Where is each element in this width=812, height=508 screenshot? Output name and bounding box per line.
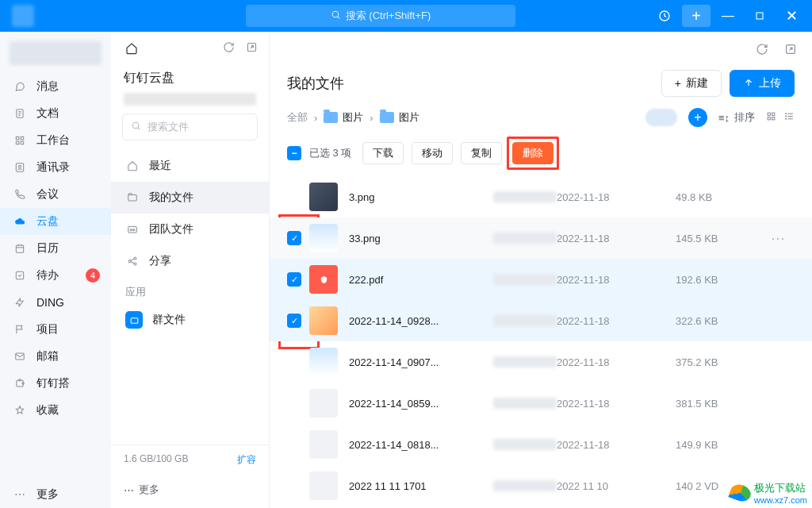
refresh-icon[interactable] [753, 40, 771, 58]
nav-item-calendar[interactable]: 日历 [0, 235, 111, 262]
file-thumbnail [309, 224, 338, 252]
selection-toolbar: − 已选 3 项 下载 移动 复制 删除 [287, 137, 795, 170]
nav-item-doc[interactable]: 文档 [0, 100, 111, 127]
file-name: 2022-11-14_0928... [349, 315, 493, 327]
file-name: 222.pdf [349, 274, 493, 286]
refresh-icon[interactable] [223, 41, 235, 56]
upload-button[interactable]: 上传 [730, 70, 795, 97]
myfiles-icon [125, 192, 140, 203]
collaborators[interactable] [645, 109, 677, 126]
nav-item-chat[interactable]: 消息 [0, 73, 111, 100]
file-size: 49.8 KB [676, 191, 771, 203]
home-icon[interactable] [122, 39, 141, 58]
org-selector[interactable] [10, 41, 102, 65]
file-owner [493, 274, 557, 285]
file-date: 2022-11-18 [557, 233, 676, 244]
grid-view-icon[interactable] [766, 111, 776, 124]
home-icon [125, 160, 140, 171]
svg-point-24 [132, 122, 139, 129]
file-row[interactable]: ✓222.pdf2022-11-18192.6 KB [270, 259, 812, 300]
copy-button[interactable]: 复制 [461, 142, 502, 164]
breadcrumb-root[interactable]: 全部 [287, 110, 308, 125]
delete-button[interactable]: 删除 [512, 142, 553, 164]
drive-nav-share[interactable]: 分享 [111, 245, 269, 277]
nav-item-cloud[interactable]: 云盘 [0, 208, 111, 235]
drive-nav-team[interactable]: 团队文件 [111, 214, 269, 245]
file-name: 2022-11-14_0859... [349, 398, 493, 410]
file-size: 381.5 KB [676, 398, 771, 410]
download-button[interactable]: 下载 [362, 142, 404, 164]
nav-item-ding[interactable]: DING [0, 289, 111, 316]
left-nav: 消息文档工作台通讯录会议云盘日历待办4DING项目邮箱钉钉搭收藏 ⋯ 更多 [0, 32, 111, 508]
drive-nav-home[interactable]: 最近 [111, 150, 269, 182]
global-search[interactable]: 搜索 (Ctrl+Shift+F) [246, 5, 515, 27]
selection-count: 已选 3 项 [309, 146, 351, 160]
share-icon [125, 256, 140, 267]
nav-item-todo[interactable]: 待办4 [0, 262, 111, 289]
file-list: 3.png2022-11-1849.8 KB✓33.png2022-11-181… [270, 176, 812, 508]
file-row[interactable]: 2022-11-14_0907...2022-11-18375.2 KB [270, 341, 812, 383]
add-collaborator-button[interactable]: + [688, 108, 707, 127]
nav-item-contacts[interactable]: 通讯录 [0, 154, 111, 181]
row-checkbox[interactable]: ✓ [287, 231, 301, 245]
file-row[interactable]: ✓33.png2022-11-18145.5 KB⋯ [270, 217, 812, 259]
drive-nav-myfiles[interactable]: 我的文件 [111, 182, 269, 214]
chevron-right-icon: › [370, 112, 373, 124]
nav-item-mail[interactable]: 邮箱 [0, 343, 111, 370]
expand-storage-link[interactable]: 扩容 [237, 453, 256, 467]
file-date: 2022-11-18 [557, 274, 676, 286]
grid-icon [13, 133, 27, 148]
search-placeholder: 搜索 (Ctrl+Shift+F) [346, 9, 431, 23]
move-button[interactable]: 移动 [412, 142, 453, 164]
nav-more[interactable]: ⋯ 更多 [0, 481, 111, 508]
file-name: 33.png [349, 233, 493, 244]
nav-item-phone[interactable]: 会议 [0, 181, 111, 208]
file-row[interactable]: 2022-11-14_0818...2022-11-18149.9 KB [270, 424, 812, 465]
svg-rect-11 [21, 141, 24, 144]
calendar-icon [13, 241, 27, 256]
new-button[interactable]: +新建 [661, 70, 722, 97]
file-size: 322.6 KB [676, 315, 771, 327]
file-row[interactable]: 3.png2022-11-1849.8 KB [270, 176, 812, 217]
breadcrumb-item[interactable]: 图片 [380, 110, 419, 125]
svg-line-33 [131, 259, 135, 260]
open-external-icon[interactable] [246, 41, 258, 56]
file-size: 375.2 KB [676, 356, 771, 368]
open-external-icon[interactable] [782, 40, 799, 58]
row-checkbox[interactable]: ✓ [287, 314, 301, 328]
nav-item-flag[interactable]: 项目 [0, 316, 111, 343]
row-more-icon[interactable]: ⋯ [771, 229, 795, 247]
svg-rect-37 [768, 113, 770, 115]
file-row[interactable]: 2022-11-14_0859...2022-11-18381.5 KB [270, 383, 812, 424]
minimize-icon[interactable]: — [714, 5, 742, 27]
list-view-icon[interactable] [784, 111, 795, 124]
watermark: 极光下载站 www.xz7.com [730, 481, 807, 505]
file-row[interactable]: ✓2022-11-14_0928...2022-11-18322.6 KB [270, 300, 812, 341]
sort-button[interactable]: ≡↕排序 [718, 110, 755, 125]
user-avatar[interactable] [12, 5, 34, 27]
file-thumbnail [309, 348, 338, 376]
file-owner [493, 356, 557, 368]
panel-more[interactable]: ⋯ 更多 [111, 475, 269, 508]
select-all-checkbox[interactable]: − [287, 146, 301, 160]
file-name: 2022-11-14_0907... [349, 356, 493, 368]
nav-item-puzzle[interactable]: 钉钉搭 [0, 370, 111, 397]
doc-icon [13, 106, 27, 121]
history-icon[interactable] [650, 5, 679, 27]
close-icon[interactable]: ✕ [777, 5, 806, 27]
add-button[interactable]: + [682, 5, 710, 27]
flag-icon [13, 322, 27, 337]
nav-item-star[interactable]: 收藏 [0, 397, 111, 424]
svg-point-46 [786, 118, 787, 119]
drive-app-group[interactable]: 群文件 [111, 304, 269, 336]
watermark-logo-icon [728, 482, 753, 504]
breadcrumb-item[interactable]: 图片 [324, 110, 363, 125]
drive-panel: 钉钉云盘 搜索文件 最近我的文件团队文件分享 应用 群文件 1.6 GB/100… [111, 32, 270, 508]
row-checkbox[interactable]: ✓ [287, 272, 301, 287]
svg-rect-10 [16, 141, 19, 144]
file-search[interactable]: 搜索文件 [122, 114, 258, 140]
nav-item-grid[interactable]: 工作台 [0, 127, 111, 154]
phone-icon [13, 187, 27, 202]
file-date: 2022 11 10 [557, 480, 676, 492]
maximize-icon[interactable] [745, 5, 774, 27]
